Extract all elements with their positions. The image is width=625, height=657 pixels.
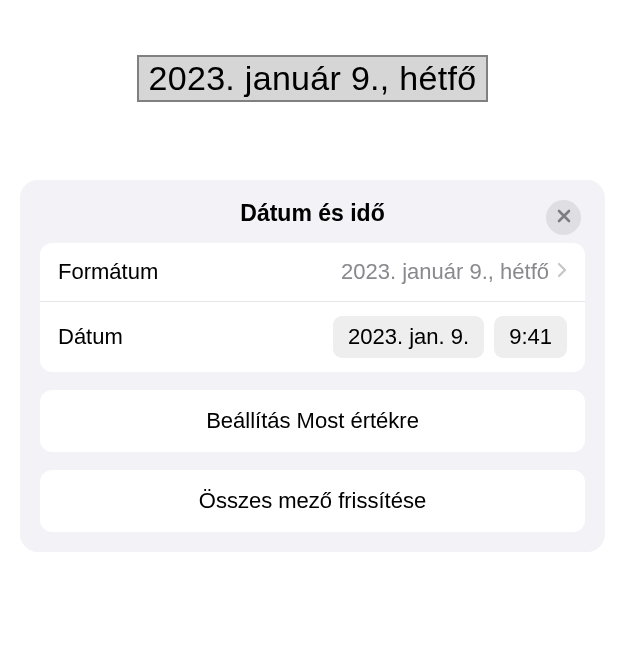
date-picker-chip[interactable]: 2023. jan. 9. xyxy=(333,316,484,358)
set-to-now-button[interactable]: Beállítás Most értékre xyxy=(40,390,585,452)
update-all-fields-button[interactable]: Összes mező frissítése xyxy=(40,470,585,532)
date-row: Dátum 2023. jan. 9. 9:41 xyxy=(40,301,585,372)
format-value-wrap[interactable]: 2023. január 9., hétfő xyxy=(341,259,567,285)
popup-header: Dátum és idő xyxy=(40,200,585,243)
close-icon xyxy=(556,208,572,228)
format-value: 2023. január 9., hétfő xyxy=(341,259,549,285)
format-row[interactable]: Formátum 2023. január 9., hétfő xyxy=(40,243,585,301)
close-button[interactable] xyxy=(546,200,581,235)
popup-title: Dátum és idő xyxy=(240,200,384,227)
settings-card: Formátum 2023. január 9., hétfő Dátum 20… xyxy=(40,243,585,372)
format-label: Formátum xyxy=(58,259,158,285)
chevron-right-icon xyxy=(557,262,567,282)
date-time-popup: Dátum és idő Formátum 2023. január 9., h… xyxy=(20,180,605,552)
selected-date-display[interactable]: 2023. január 9., hétfő xyxy=(137,55,489,102)
date-label: Dátum xyxy=(58,324,123,350)
time-picker-chip[interactable]: 9:41 xyxy=(494,316,567,358)
date-chips: 2023. jan. 9. 9:41 xyxy=(333,316,567,358)
